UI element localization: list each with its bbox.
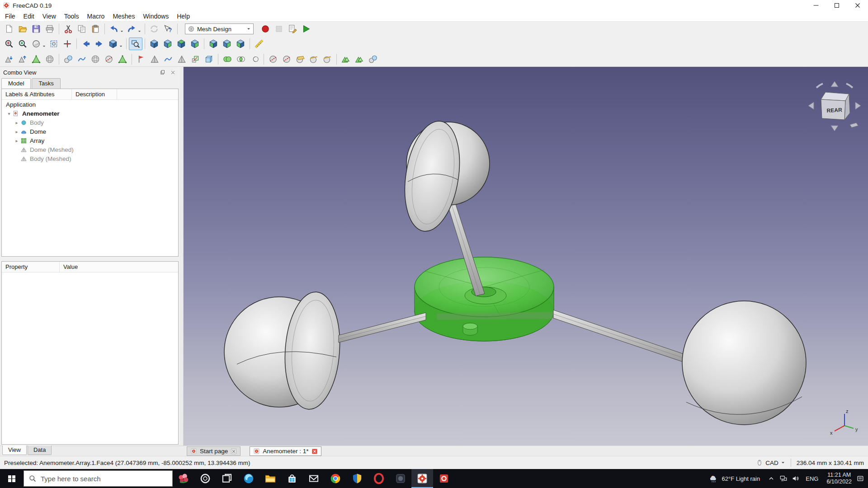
property-editor[interactable]	[2, 272, 178, 444]
draw-style-button[interactable]	[29, 38, 47, 50]
language-indicator[interactable]: ENG	[802, 475, 822, 482]
panel-splitter[interactable]	[180, 67, 184, 446]
menu-windows[interactable]: Windows	[139, 12, 173, 21]
cross-sections-button[interactable]	[321, 53, 334, 66]
cup-top[interactable]	[397, 117, 490, 235]
close-tab-icon[interactable]	[311, 448, 318, 455]
taskbar-microsoft-store[interactable]	[281, 469, 303, 488]
tree-item-application[interactable]: Application	[2, 100, 178, 109]
close-hole-button[interactable]	[102, 53, 116, 66]
network-icon[interactable]	[777, 474, 789, 483]
taskbar-cortana[interactable]	[194, 469, 216, 488]
view-bottom-button[interactable]	[220, 38, 234, 50]
taskbar-freecad[interactable]	[411, 469, 433, 488]
cup-right[interactable]	[682, 301, 806, 425]
split-mesh-button[interactable]	[353, 53, 366, 66]
harmonize-normals-button[interactable]	[61, 53, 75, 66]
property-column-header[interactable]: Property	[2, 262, 60, 272]
smooth-mesh-button[interactable]	[161, 53, 175, 66]
taskbar-windows-security[interactable]	[346, 469, 368, 488]
view-top-button[interactable]	[175, 38, 188, 50]
tab-view[interactable]: View	[2, 446, 27, 455]
merge-meshes-button[interactable]	[339, 53, 353, 66]
fill-holes-button[interactable]	[89, 53, 102, 66]
minimize-button[interactable]	[806, 0, 826, 11]
boolean-intersection-button[interactable]	[234, 53, 248, 66]
copy-button[interactable]	[75, 23, 89, 35]
volume-icon[interactable]	[789, 474, 802, 483]
anemometer-hub[interactable]	[415, 257, 554, 341]
tree-item-dome[interactable]: ▸Dome	[2, 127, 178, 136]
tree-header-description[interactable]: Description	[72, 89, 117, 99]
nav-forward-button[interactable]	[93, 38, 106, 50]
tab-tasks[interactable]: Tasks	[32, 78, 60, 89]
trim-by-plane-button[interactable]	[293, 53, 307, 66]
taskbar-app-red[interactable]	[433, 469, 455, 488]
refresh-button[interactable]	[147, 23, 161, 35]
viewport-3d[interactable]: REAR z x y	[184, 67, 868, 446]
view-isometric-button[interactable]	[106, 38, 124, 50]
arm-right[interactable]	[553, 310, 690, 364]
taskbar-app-dark[interactable]	[390, 469, 411, 488]
taskbar-pinned-image[interactable]	[173, 469, 194, 488]
value-column-header[interactable]: Value	[60, 262, 178, 272]
menu-edit[interactable]: Edit	[19, 12, 38, 21]
whats-this-button[interactable]: ?	[161, 23, 175, 35]
measure-distance-button[interactable]	[252, 38, 266, 50]
fit-all-button[interactable]	[2, 38, 16, 50]
workbench-selector[interactable]: Mesh Design	[185, 23, 254, 34]
taskbar-file-explorer[interactable]	[259, 469, 281, 488]
view-left-button[interactable]	[234, 38, 247, 50]
chevron-down-icon[interactable]	[781, 460, 785, 465]
redo-button[interactable]	[125, 23, 142, 35]
axis-cross-button[interactable]	[61, 38, 74, 50]
view-right-button[interactable]	[188, 38, 202, 50]
clock-widget[interactable]: 11:21 AM 6/10/2022	[822, 472, 856, 485]
arm-left[interactable]	[339, 313, 426, 343]
tree-item-array[interactable]: ▸Array	[2, 136, 178, 145]
nav-cube-face-label[interactable]: REAR	[826, 107, 842, 114]
view-front-button[interactable]	[161, 38, 175, 50]
remove-components-button[interactable]	[148, 53, 161, 66]
create-section-button[interactable]	[307, 53, 321, 66]
view-axonometric-button[interactable]	[147, 38, 161, 50]
view-rear-button[interactable]	[207, 38, 220, 50]
boolean-difference-button[interactable]	[248, 53, 261, 66]
tree-item-dome-meshed[interactable]: Dome (Meshed)	[2, 145, 178, 154]
taskbar-chrome[interactable]	[325, 469, 346, 488]
menu-help[interactable]: Help	[173, 12, 194, 21]
box-zoom-button[interactable]	[129, 38, 142, 50]
macro-record-button[interactable]	[259, 23, 272, 35]
expander-icon[interactable]: ▸	[13, 120, 20, 125]
add-triangle-button[interactable]	[116, 53, 129, 66]
open-document-button[interactable]	[16, 23, 29, 35]
hidden-icons-button[interactable]	[765, 475, 777, 482]
menu-tools[interactable]: Tools	[60, 12, 83, 21]
regular-solid-button[interactable]	[202, 53, 216, 66]
expander-icon[interactable]: ▸	[13, 138, 20, 143]
taskbar-opera[interactable]	[368, 469, 390, 488]
menu-file[interactable]: File	[1, 12, 19, 21]
bounding-box-button[interactable]	[47, 38, 61, 50]
menu-macro[interactable]: Macro	[83, 12, 108, 21]
import-mesh-button[interactable]	[2, 53, 16, 66]
navigation-cube[interactable]: REAR	[808, 81, 861, 131]
boolean-union-button[interactable]	[221, 53, 234, 66]
tree-item-anemometer[interactable]: ▾Anemometer	[2, 109, 178, 118]
close-tab-icon[interactable]	[231, 448, 237, 455]
weather-widget[interactable]: 62°F Light rain	[704, 469, 765, 488]
tree-header-labels[interactable]: Labels & Attributes	[2, 89, 72, 99]
macro-edit-button[interactable]	[286, 23, 299, 35]
menu-view[interactable]: View	[38, 12, 60, 21]
macro-stop-button[interactable]	[272, 23, 286, 35]
expander-icon[interactable]: ▾	[5, 111, 13, 116]
float-panel-button[interactable]	[159, 68, 167, 76]
taskbar-task-view[interactable]	[216, 469, 238, 488]
print-button[interactable]	[43, 23, 57, 35]
fit-selection-button[interactable]	[16, 38, 29, 50]
export-mesh-button[interactable]	[16, 53, 29, 66]
save-document-button[interactable]	[29, 23, 43, 35]
cut-mesh-button[interactable]	[266, 53, 280, 66]
close-button[interactable]	[847, 0, 868, 11]
start-button[interactable]	[0, 469, 24, 488]
